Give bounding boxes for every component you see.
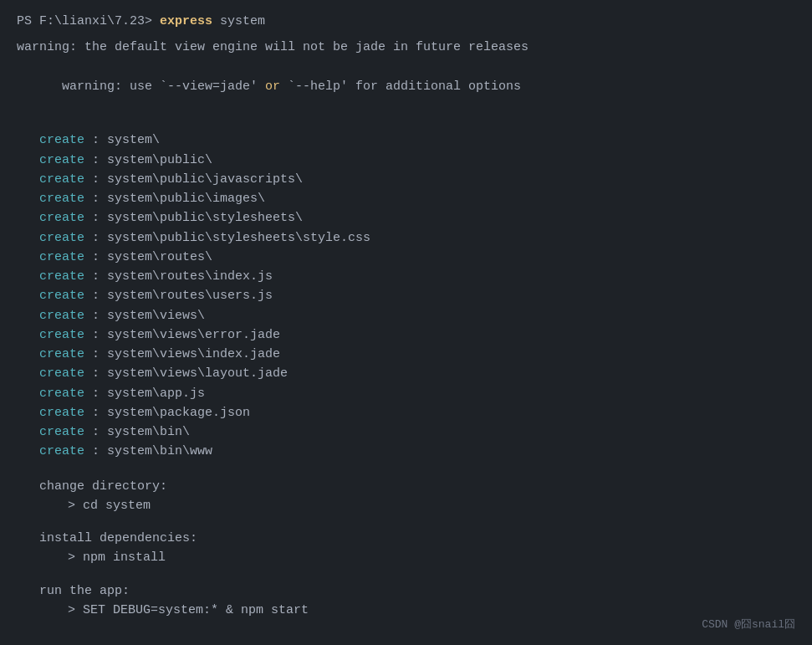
prompt-line: PS F:\lianxi\7.23> express system	[17, 12, 795, 31]
create-keyword: create	[17, 172, 84, 187]
create-line: create : system\app.js	[17, 384, 795, 403]
section-cmd: > cd system	[17, 496, 795, 515]
create-line: create : system\bin\www	[17, 442, 795, 461]
create-separator: :	[84, 406, 107, 420]
create-separator: :	[84, 153, 107, 167]
sections-container: change directory: > cd system install de…	[17, 477, 795, 621]
create-line: create : system\public\images\	[17, 189, 795, 208]
create-path: system\	[107, 133, 160, 147]
create-separator: :	[84, 133, 107, 147]
ps-prefix: PS F:\lianxi\7.23>	[17, 14, 160, 28]
create-path: system\bin\www	[107, 444, 212, 458]
section-block: install dependencies: > npm install	[17, 529, 795, 568]
create-separator: :	[84, 366, 107, 381]
create-keyword: create	[17, 153, 84, 167]
create-keyword: create	[17, 309, 84, 323]
create-separator: :	[84, 347, 107, 361]
create-separator: :	[84, 250, 107, 264]
create-line: create : system\public\	[17, 151, 795, 170]
create-path: system\public\stylesheets\style.css	[107, 231, 370, 245]
create-path: system\views\index.jade	[107, 347, 280, 361]
create-path: system\public\stylesheets\	[107, 211, 303, 225]
warning-line-1: warning: the default view engine will no…	[17, 38, 795, 57]
create-path: system\views\	[107, 309, 205, 323]
create-separator: :	[84, 172, 107, 187]
create-keyword: create	[17, 289, 84, 303]
create-path: system\package.json	[107, 406, 250, 420]
create-line: create : system\views\index.jade	[17, 345, 795, 364]
section-cmd: > SET DEBUG=system:* & npm start	[17, 601, 795, 620]
section-block: run the app: > SET DEBUG=system:* & npm …	[17, 581, 795, 621]
create-separator: :	[84, 425, 107, 439]
prompt-command: system	[212, 14, 265, 28]
warning-block: warning: the default view engine will no…	[17, 38, 795, 115]
create-keyword: create	[17, 328, 84, 342]
create-line: create : system\routes\users.js	[17, 286, 795, 305]
create-line: create : system\bin\	[17, 422, 795, 442]
section-title: install dependencies:	[17, 529, 795, 548]
create-keyword: create	[17, 386, 84, 401]
create-separator: :	[84, 289, 107, 303]
create-path: system\app.js	[107, 386, 205, 401]
create-line: create : system\package.json	[17, 403, 795, 422]
warning-line-2: warning: use `--view=jade' or `--help' f…	[17, 58, 795, 116]
create-separator: :	[84, 386, 107, 401]
create-line: create : system\routes\	[17, 248, 795, 267]
create-block: create : system\ create : system\public\…	[17, 131, 795, 461]
section-cmd: > npm install	[17, 548, 795, 567]
create-keyword: create	[17, 231, 84, 245]
create-path: system\public\javascripts\	[107, 172, 303, 187]
create-path: system\routes\	[107, 250, 212, 264]
create-path: system\bin\	[107, 425, 190, 439]
create-keyword: create	[17, 269, 84, 284]
create-path: system\routes\users.js	[107, 289, 273, 303]
create-keyword: create	[17, 406, 84, 420]
create-keyword: create	[17, 133, 84, 147]
create-path: system\public\images\	[107, 192, 265, 206]
create-separator: :	[84, 192, 107, 206]
create-line: create : system\	[17, 131, 795, 150]
or-keyword: or	[265, 79, 280, 94]
section-title: change directory:	[17, 477, 795, 496]
create-path: system\views\error.jade	[107, 328, 280, 342]
create-keyword: create	[17, 250, 84, 264]
create-keyword: create	[17, 211, 84, 225]
create-path: system\routes\index.js	[107, 269, 273, 284]
create-line: create : system\views\error.jade	[17, 325, 795, 345]
create-line: create : system\views\layout.jade	[17, 364, 795, 383]
warning-2-part1: warning: use `--view=jade'	[62, 79, 265, 94]
create-line: create : system\views\	[17, 306, 795, 325]
create-keyword: create	[17, 425, 84, 439]
warning-2-part2: `--help' for additional options	[280, 79, 521, 94]
create-path: system\views\layout.jade	[107, 366, 288, 381]
create-separator: :	[84, 269, 107, 284]
create-keyword: create	[17, 192, 84, 206]
express-keyword: express	[160, 14, 212, 28]
create-separator: :	[84, 309, 107, 323]
create-separator: :	[84, 328, 107, 342]
section-block: change directory: > cd system	[17, 477, 795, 516]
create-line: create : system\public\stylesheets\	[17, 208, 795, 228]
create-line: create : system\routes\index.js	[17, 267, 795, 286]
create-separator: :	[84, 444, 107, 458]
create-line: create : system\public\stylesheets\style…	[17, 228, 795, 248]
create-keyword: create	[17, 366, 84, 381]
section-title: run the app:	[17, 581, 795, 601]
create-keyword: create	[17, 444, 84, 458]
create-line: create : system\public\javascripts\	[17, 170, 795, 189]
watermark: CSDN @囧snail囧	[702, 617, 795, 633]
create-keyword: create	[17, 347, 84, 361]
create-path: system\public\	[107, 153, 212, 167]
create-separator: :	[84, 231, 107, 245]
terminal-window: PS F:\lianxi\7.23> express system warnin…	[0, 0, 812, 645]
create-separator: :	[84, 211, 107, 225]
